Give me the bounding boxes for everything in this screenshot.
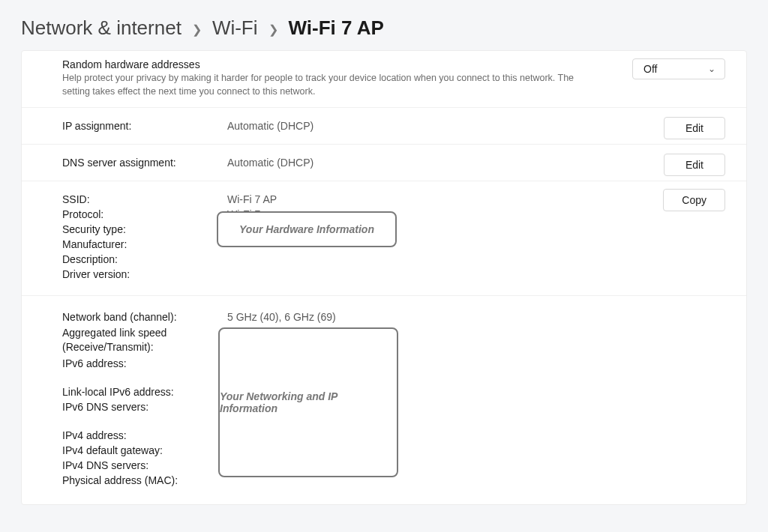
ipv4gw-label: IPv4 default gateway:	[62, 444, 227, 456]
ipv4-label: IPv4 address:	[62, 429, 227, 441]
random-hw-dropdown[interactable]: Off ⌄	[632, 58, 725, 79]
breadcrumb: Network & internet ❯ Wi-Fi ❯ Wi-Fi 7 AP	[0, 0, 768, 50]
chevron-down-icon: ⌄	[708, 64, 716, 74]
breadcrumb-root[interactable]: Network & internet	[21, 16, 182, 40]
security-label: Security type:	[62, 223, 227, 235]
ssid-label: SSID:	[62, 193, 227, 205]
linklocal-label: Link-local IPv6 address:	[62, 386, 227, 398]
band-label: Network band (channel):	[62, 311, 227, 323]
dns-assignment-value: Automatic (DHCP)	[227, 157, 314, 169]
driver-label: Driver version:	[62, 268, 227, 280]
protocol-label: Protocol:	[62, 208, 227, 220]
section-network-info: Network band (channel): 5 GHz (40), 6 GH…	[22, 296, 746, 504]
speed-label: Aggregated link speed (Receive/Transmit)…	[62, 326, 227, 354]
breadcrumb-wifi[interactable]: Wi-Fi	[212, 16, 258, 40]
settings-panel: Random hardware addresses Help protect y…	[21, 50, 747, 505]
band-value: 5 GHz (40), 6 GHz (69)	[227, 311, 336, 323]
ssid-value: Wi-Fi 7 AP	[227, 193, 277, 205]
ip-assignment-label: IP assignment:	[62, 120, 227, 132]
chevron-right-icon: ❯	[192, 19, 202, 37]
breadcrumb-current: Wi-Fi 7 AP	[289, 16, 384, 40]
section-dns-assignment: DNS server assignment: Automatic (DHCP) …	[22, 145, 746, 181]
network-info-placeholder: Your Networking and IP Information	[218, 327, 398, 477]
dns-assignment-label: DNS server assignment:	[62, 157, 227, 169]
ipv6-label: IPv6 address:	[62, 357, 227, 369]
manufacturer-label: Manufacturer:	[62, 238, 227, 250]
section-connection-info: Copy SSID: Wi-Fi 7 AP Protocol: Wi-Fi 7 …	[22, 181, 746, 296]
ipv6dns-label: IPv6 DNS servers:	[62, 401, 227, 413]
description-label: Description:	[62, 253, 227, 265]
edit-dns-button[interactable]: Edit	[664, 154, 725, 176]
hardware-info-placeholder: Your Hardware Information	[217, 211, 397, 247]
section-ip-assignment: IP assignment: Automatic (DHCP) Edit	[22, 108, 746, 145]
ipv4dns-label: IPv4 DNS servers:	[62, 459, 227, 471]
random-hw-title: Random hardware addresses	[62, 58, 706, 70]
mac-label: Physical address (MAC):	[62, 474, 227, 486]
random-hw-desc: Help protect your privacy by making it h…	[62, 72, 587, 98]
ip-assignment-value: Automatic (DHCP)	[227, 120, 314, 132]
chevron-right-icon: ❯	[268, 19, 278, 37]
copy-button[interactable]: Copy	[663, 189, 725, 211]
section-random-hw: Random hardware addresses Help protect y…	[22, 51, 746, 108]
edit-ip-button[interactable]: Edit	[664, 117, 725, 139]
random-hw-dropdown-value: Off	[644, 63, 657, 75]
